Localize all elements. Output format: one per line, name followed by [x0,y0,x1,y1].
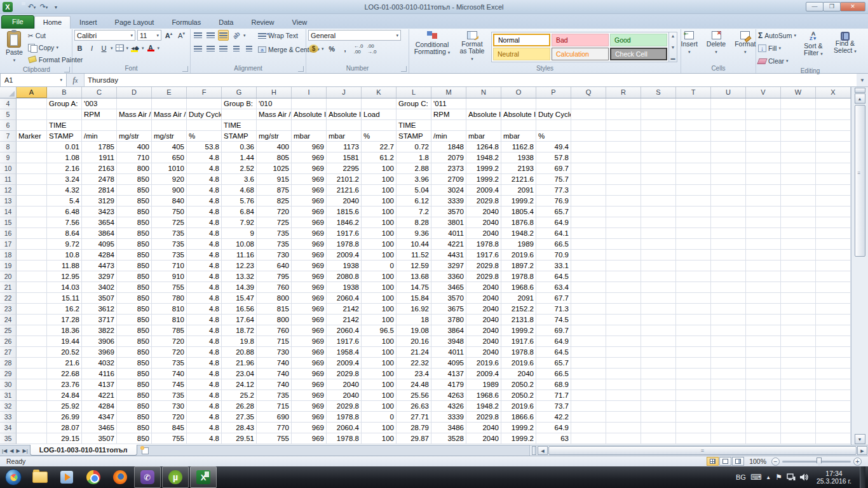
cell-H34[interactable]: 770 [257,423,292,433]
cell-J20[interactable]: 2080.8 [327,271,362,282]
cell-I10[interactable]: 969 [292,163,327,174]
cell-W5[interactable] [781,109,816,120]
cell-N33[interactable]: 2029.8 [466,412,501,423]
cell-O13[interactable]: 1999.2 [501,196,536,207]
cell-P20[interactable]: 64.5 [536,271,571,282]
cell-A16[interactable] [17,228,47,239]
cell-O19[interactable]: 1897.2 [501,261,536,271]
zoom-slider[interactable] [782,461,851,463]
cell-V19[interactable] [746,261,781,271]
cell-X5[interactable] [816,109,851,120]
column-header-L[interactable]: L [397,87,431,98]
cell-W30[interactable] [781,379,816,390]
cell-X33[interactable] [816,412,851,423]
cell-T15[interactable] [676,217,711,228]
cell-R16[interactable] [606,228,641,239]
cell-F29[interactable]: 4.8 [187,369,222,379]
cell-B11[interactable]: 3.24 [47,174,82,185]
cell-V15[interactable] [746,217,781,228]
cell-S29[interactable] [641,369,676,379]
cell-N14[interactable]: 2040 [466,207,501,217]
cell-R19[interactable] [606,261,641,271]
cell-T9[interactable] [676,152,711,163]
cell-H28[interactable]: 740 [257,358,292,369]
font-color-button[interactable]: A [146,43,156,53]
cell-E32[interactable]: 730 [152,401,187,412]
row-header-19[interactable]: 19 [0,261,17,271]
cell-V28[interactable] [746,358,781,369]
cell-D33[interactable]: 850 [117,412,152,423]
fill-button[interactable]: ↓ Fill ▾ [758,43,796,54]
cell-M31[interactable]: 4263 [431,390,466,401]
cell-G7[interactable]: STAMP [222,131,257,142]
cell-F24[interactable]: 4.8 [187,315,222,325]
cell-X14[interactable] [816,207,851,217]
decrease-indent-button[interactable] [231,43,241,54]
cell-M27[interactable]: 4011 [431,347,466,358]
cell-D12[interactable]: 850 [117,185,152,196]
cell-G5[interactable] [222,109,257,120]
cell-E25[interactable]: 785 [152,325,187,336]
cell-K11[interactable]: 100 [362,174,397,185]
cell-N34[interactable]: 2040 [466,423,501,433]
cell-P35[interactable]: 63 [536,433,571,444]
cell-K10[interactable]: 100 [362,163,397,174]
cell-T34[interactable] [676,423,711,433]
cell-A4[interactable] [17,98,47,109]
cell-O32[interactable]: 2019.6 [501,401,536,412]
cell-C16[interactable]: 3864 [82,228,117,239]
row-header-17[interactable]: 17 [0,239,17,250]
cell-V17[interactable] [746,239,781,250]
cell-V33[interactable] [746,412,781,423]
cell-T5[interactable] [676,109,711,120]
action-center-flag-icon[interactable]: ⚑ [775,473,782,482]
cell-Q22[interactable] [571,293,606,304]
row-header-9[interactable]: 9 [0,152,17,163]
cell-U22[interactable] [711,293,746,304]
cell-V30[interactable] [746,379,781,390]
cell-O25[interactable]: 1999.2 [501,325,536,336]
cell-U24[interactable] [711,315,746,325]
cell-W9[interactable] [781,152,816,163]
sheet-tab-active[interactable]: LOG-01-003-010-011топъл [30,445,137,456]
cell-O18[interactable]: 2019.6 [501,250,536,261]
cell-V27[interactable] [746,347,781,358]
cell-F32[interactable]: 4.8 [187,401,222,412]
cell-E7[interactable]: mg/str [152,131,187,142]
cell-B18[interactable]: 10.8 [47,250,82,261]
cell-B20[interactable]: 12.95 [47,271,82,282]
cell-K5[interactable]: Load [362,109,397,120]
cell-W18[interactable] [781,250,816,261]
row-header-33[interactable]: 33 [0,412,17,423]
cell-W28[interactable] [781,358,816,369]
column-header-T[interactable]: T [676,87,711,98]
cell-B13[interactable]: 5.4 [47,196,82,207]
number-format-combo[interactable]: General▾ [308,30,401,41]
cell-T19[interactable] [676,261,711,271]
cell-P27[interactable]: 64.5 [536,347,571,358]
cell-S9[interactable] [641,152,676,163]
cell-S10[interactable] [641,163,676,174]
last-sheet-button[interactable]: ▶| [23,448,28,454]
cell-L24[interactable]: 18 [397,315,431,325]
cell-Q11[interactable] [571,174,606,185]
tab-split-handle[interactable] [532,446,536,455]
cell-N13[interactable]: 2029.8 [466,196,501,207]
undo-button[interactable]: ↶▾ [27,2,37,11]
cell-M21[interactable]: 3465 [431,282,466,293]
cell-K13[interactable]: 100 [362,196,397,207]
cell-X6[interactable] [816,120,851,131]
cell-T28[interactable] [676,358,711,369]
cell-A12[interactable] [17,185,47,196]
cell-V8[interactable] [746,142,781,152]
cell-O12[interactable]: 2091 [501,185,536,196]
cell-U10[interactable] [711,163,746,174]
cell-V9[interactable] [746,152,781,163]
cell-X26[interactable] [816,336,851,347]
cell-H9[interactable]: 805 [257,152,292,163]
column-header-A[interactable]: A [17,87,47,98]
cell-C22[interactable]: 3507 [82,293,117,304]
cell-C26[interactable]: 3906 [82,336,117,347]
cell-H27[interactable]: 730 [257,347,292,358]
cell-E5[interactable]: Mass Air / [152,109,187,120]
